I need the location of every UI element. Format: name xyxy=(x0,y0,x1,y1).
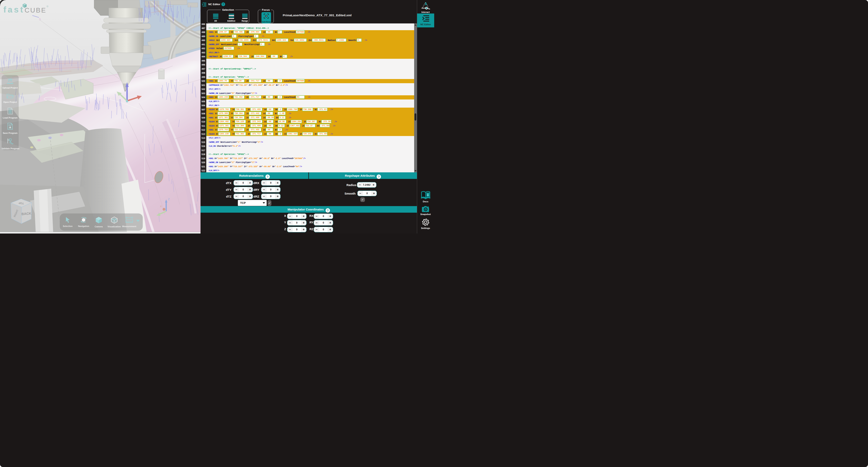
svg-text:BACK: BACK xyxy=(22,212,32,216)
svg-text:i: i xyxy=(427,193,428,197)
